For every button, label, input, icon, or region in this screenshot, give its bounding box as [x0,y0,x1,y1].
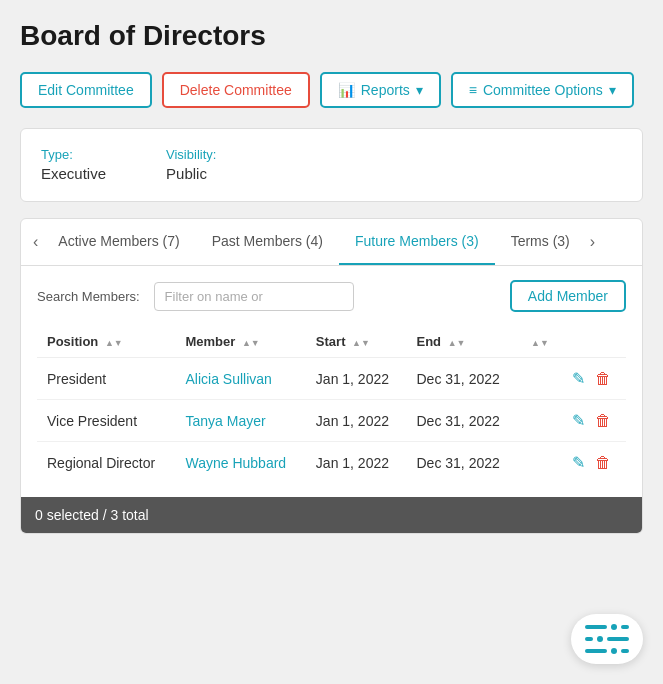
info-card: Type: Executive Visibility: Public [20,128,643,202]
tab-content: Search Members: Add Member Position ▲▼ M… [21,266,642,497]
add-member-button[interactable]: Add Member [510,280,626,312]
cell-position: Regional Director [37,442,175,484]
sort-icon[interactable]: ▲▼ [531,339,549,348]
cell-actions: ✎ 🗑 [562,358,626,400]
visibility-value: Public [166,165,207,182]
cell-member: Wayne Hubbard [175,442,305,484]
edit-row-icon[interactable]: ✎ [572,411,585,430]
toolbar: Edit Committee Delete Committee 📊 Report… [20,72,643,108]
cell-end: Dec 31, 2022 [407,400,519,442]
search-row: Search Members: Add Member [37,280,626,312]
cell-member: Tanya Mayer [175,400,305,442]
cell-extra [518,358,562,400]
cell-extra [518,442,562,484]
tab-terms[interactable]: Terms (3) [495,219,586,266]
type-field: Type: Executive [41,147,106,183]
status-bar: 0 selected / 3 total [21,497,642,533]
committee-options-button[interactable]: ≡ Committee Options ▾ [451,72,634,108]
delete-row-icon[interactable]: 🗑 [595,412,611,430]
search-group: Search Members: [37,282,354,311]
member-link[interactable]: Alicia Sullivan [185,371,271,387]
cell-start: Jan 1, 2022 [306,400,407,442]
member-link[interactable]: Wayne Hubbard [185,455,286,471]
edit-row-icon[interactable]: ✎ [572,369,585,388]
tab-past-members[interactable]: Past Members (4) [196,219,339,266]
edit-row-icon[interactable]: ✎ [572,453,585,472]
sort-icon[interactable]: ▲▼ [105,339,123,348]
col-end: End ▲▼ [407,326,519,358]
tabs-container: ‹ Active Members (7) Past Members (4) Fu… [20,218,643,534]
cell-position: Vice President [37,400,175,442]
cell-actions: ✎ 🗑 [562,442,626,484]
cell-end: Dec 31, 2022 [407,358,519,400]
cell-start: Jan 1, 2022 [306,358,407,400]
visibility-field: Visibility: Public [166,147,216,183]
member-link[interactable]: Tanya Mayer [185,413,265,429]
tabs-prev-arrow[interactable]: ‹ [29,225,42,259]
page-title: Board of Directors [20,20,643,52]
delete-row-icon[interactable]: 🗑 [595,370,611,388]
tab-active-members[interactable]: Active Members (7) [42,219,195,266]
tabs-nav: ‹ Active Members (7) Past Members (4) Fu… [21,219,642,266]
menu-icon: ≡ [469,82,477,98]
chart-icon: 📊 [338,82,355,98]
table-row: President Alicia Sullivan Jan 1, 2022 De… [37,358,626,400]
sort-icon[interactable]: ▲▼ [242,339,260,348]
filter-icon [585,624,629,654]
visibility-label: Visibility: [166,147,216,162]
delete-row-icon[interactable]: 🗑 [595,454,611,472]
filter-widget[interactable] [571,614,643,664]
tab-future-members[interactable]: Future Members (3) [339,219,495,266]
cell-end: Dec 31, 2022 [407,442,519,484]
delete-committee-button[interactable]: Delete Committee [162,72,310,108]
type-label: Type: [41,147,106,162]
reports-button[interactable]: 📊 Reports ▾ [320,72,441,108]
type-value: Executive [41,165,106,182]
edit-committee-button[interactable]: Edit Committee [20,72,152,108]
members-table: Position ▲▼ Member ▲▼ Start ▲▼ End ▲▼ ▲▼ [37,326,626,483]
sort-icon[interactable]: ▲▼ [352,339,370,348]
col-position: Position ▲▼ [37,326,175,358]
cell-actions: ✎ 🗑 [562,400,626,442]
sort-icon[interactable]: ▲▼ [448,339,466,348]
table-row: Regional Director Wayne Hubbard Jan 1, 2… [37,442,626,484]
cell-start: Jan 1, 2022 [306,442,407,484]
status-text: 0 selected / 3 total [35,507,149,523]
cell-member: Alicia Sullivan [175,358,305,400]
cell-extra [518,400,562,442]
chevron-down-icon: ▾ [609,82,616,98]
col-member: Member ▲▼ [175,326,305,358]
table-header-row: Position ▲▼ Member ▲▼ Start ▲▼ End ▲▼ ▲▼ [37,326,626,358]
search-input[interactable] [154,282,354,311]
tabs-next-arrow[interactable]: › [586,225,599,259]
col-start: Start ▲▼ [306,326,407,358]
cell-position: President [37,358,175,400]
table-row: Vice President Tanya Mayer Jan 1, 2022 D… [37,400,626,442]
search-label: Search Members: [37,289,140,304]
col-actions [562,326,626,358]
chevron-down-icon: ▾ [416,82,423,98]
col-sort1: ▲▼ [518,326,562,358]
